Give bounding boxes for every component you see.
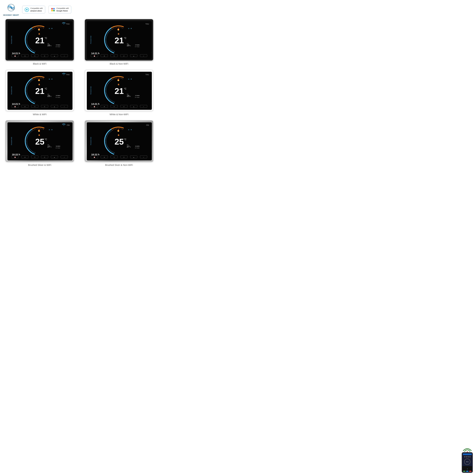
svg-text:≋: ≋ [128,28,129,29]
svg-text:21: 21 [35,36,44,45]
device-white-nonwifi[interactable]: 🔥 ≋ ❄ THU Permanent Hold 21 °C Set 25°C … [85,70,153,111]
svg-text:🔥: 🔥 [38,79,40,81]
svg-line-151 [40,77,41,78]
svg-text:⏱: ⏱ [44,55,45,57]
svg-text:UV Index: UV Index [55,147,60,149]
svg-text:FRI: FRI [67,124,70,126]
svg-text:THU: THU [145,23,149,25]
svg-text:°F: °F [34,106,35,107]
device-label-silver-wifi: Brushed Silver & WiFi [28,164,51,166]
device-cell-black-wifi: 🔥 ≋ ❄ THU Permanent Hold 21 °C Set 25°C … [3,19,76,65]
svg-text:≋: ≋ [128,129,129,131]
svg-text:⏰: ⏰ [94,55,95,57]
svg-text:14:21 h: 14:21 h [91,52,100,55]
brand-logo [4,3,18,14]
svg-line-191 [106,92,107,92]
svg-text:⏱: ⏱ [123,157,125,158]
svg-text:Permanent Hold: Permanent Hold [90,137,91,145]
svg-text:14:21 h: 14:21 h [12,52,20,55]
svg-text:21: 21 [115,86,124,96]
device-label-black-nonwifi: Black & Non-WiFi [110,62,128,65]
svg-text:≋: ≋ [49,28,50,29]
svg-text:THU: THU [66,23,70,25]
svg-text:🔥: 🔥 [117,79,120,81]
svg-line-36 [37,27,37,28]
svg-text:❄: ❄ [131,78,132,80]
svg-text:°C: °C [124,87,126,90]
svg-text:🔥: 🔥 [117,28,120,31]
svg-text:❄: ❄ [51,78,52,80]
svg-text:✓: ✓ [64,55,65,57]
svg-text:21: 21 [115,36,124,45]
svg-text:✓: ✓ [143,157,144,158]
svg-text:°C: °C [124,37,126,39]
svg-text:✓: ✓ [143,106,144,107]
svg-text:THU: THU [66,74,70,76]
svg-text:🔥: 🔥 [117,129,120,132]
svg-text:⏱: ⏱ [123,55,125,57]
svg-point-8 [51,10,53,11]
google-icon [51,7,55,12]
svg-text:Permanent Hold: Permanent Hold [11,86,12,95]
svg-text:°C: °C [45,37,47,39]
svg-text:51%RH: 51%RH [56,146,60,147]
svg-text:°C: °C [124,138,126,141]
svg-text:⏰: ⏰ [14,106,16,107]
svg-text:❄: ❄ [24,106,26,107]
device-cell-white-nonwifi: 🔥 ≋ ❄ THU Permanent Hold 21 °C Set 25°C … [83,70,155,116]
svg-text:▲: ▲ [54,106,55,107]
svg-text:°F: °F [113,157,115,158]
svg-text:THU: THU [145,74,149,76]
svg-text:21: 21 [35,86,44,96]
svg-text:⏰: ⏰ [14,156,16,158]
svg-point-5 [26,9,27,10]
svg-text:UV Index: UV Index [55,97,60,98]
svg-text:≋: ≋ [49,78,50,80]
svg-text:25: 25 [35,137,44,146]
svg-text:✓: ✓ [64,106,65,107]
device-grid: 🔥 ≋ ❄ THU Permanent Hold 21 °C Set 25°C … [3,19,155,166]
svg-text:Permanent Hold: Permanent Hold [90,86,91,95]
svg-text:❄: ❄ [131,28,132,29]
svg-text:▲: ▲ [54,55,55,57]
svg-text:UV Index: UV Index [135,147,139,149]
svg-line-149 [37,78,37,79]
svg-text:57%RH: 57%RH [135,95,140,96]
svg-line-95 [120,27,120,28]
svg-text:Permanent Hold: Permanent Hold [11,137,12,145]
device-cell-silver-wifi: 🔥 ≋ ❄ FRI Permanent Hold 25 °C Set 27°C … [3,120,76,166]
svg-rect-329 [118,135,119,136]
device-silver-nonwifi[interactable]: 🔥 ≋ ❄ FRI Permanent Hold 25 °C Set 27°C … [85,120,153,162]
device-silver-wifi[interactable]: 🔥 ≋ ❄ FRI Permanent Hold 25 °C Set 27°C … [6,120,74,162]
svg-line-206 [117,78,117,79]
svg-point-66 [64,24,64,25]
device-label-white-nonwifi: White & Non-WiFi [109,113,128,116]
svg-text:≋: ≋ [49,129,50,131]
svg-text:UV Index: UV Index [55,46,60,47]
svg-rect-272 [38,135,40,136]
svg-line-134 [26,92,27,92]
google-badge-text: Compatible with Google Home [56,7,69,12]
svg-text:14:21 h: 14:21 h [91,102,100,105]
svg-line-208 [120,77,120,78]
svg-text:✓: ✓ [143,55,144,57]
svg-text:🔥: 🔥 [38,129,40,132]
device-black-nonwifi[interactable]: 🔥 ≋ ❄ THU Permanent Hold 21 °C Set 25°C … [85,19,153,60]
svg-text:18:22 h: 18:22 h [12,153,20,156]
device-white-wifi[interactable]: 🔥 ≋ ❄ THU Permanent Hold 21 °C Set 25°C … [6,70,74,111]
svg-text:≋: ≋ [128,78,129,80]
device-label-black-wifi: Black & WiFi [33,62,46,65]
svg-text:Permanent Hold: Permanent Hold [11,36,12,44]
svg-text:25: 25 [115,137,124,146]
svg-line-321 [120,128,120,129]
svg-text:❄: ❄ [104,157,105,158]
svg-text:57%RH: 57%RH [135,44,140,46]
svg-text:✓: ✓ [64,157,65,158]
svg-text:⏱: ⏱ [123,106,125,107]
svg-point-9 [53,10,55,11]
svg-text:FRI: FRI [146,124,149,126]
svg-text:⏰: ⏰ [94,106,95,107]
svg-rect-103 [118,34,119,34]
svg-text:❄: ❄ [51,129,52,131]
device-black-wifi[interactable]: 🔥 ≋ ❄ THU Permanent Hold 21 °C Set 25°C … [6,19,74,60]
